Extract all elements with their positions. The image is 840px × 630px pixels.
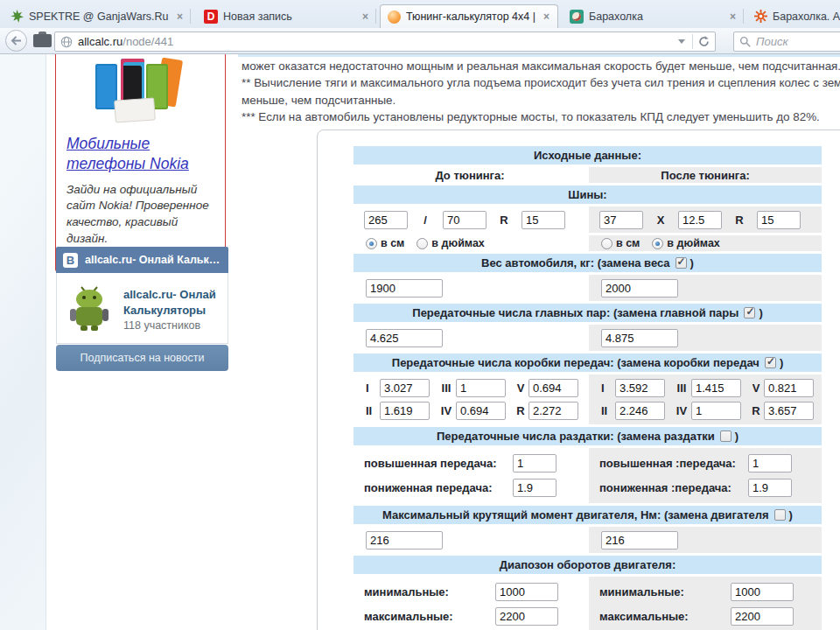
search-icon [739,36,751,47]
gear-label: R [748,404,764,417]
final-drive-before-input[interactable] [366,329,443,347]
gear-label: I [366,382,380,395]
engine-replace-checkbox[interactable] [774,509,786,521]
transfer-low-before-input[interactable] [513,479,556,497]
tab-title: Барахолка. Ав [773,10,840,23]
vk-widget-header: B allcalc.ru- Онлай Кальк… [56,247,228,273]
transfer-high-after-input[interactable] [748,454,792,472]
vk-logo-icon: B [63,253,78,268]
section-tires: Шины: [354,186,822,204]
tire-diameter-before-input[interactable] [522,211,565,229]
ad-title-link[interactable]: Мобильные телефоны Nokia [66,134,206,174]
transfer-replace-checkbox[interactable] [720,430,732,442]
ad-body-text: Зайди на официальный сайт Nokia! Провере… [66,182,214,248]
gear-1-after-input[interactable] [615,379,665,397]
weight-before-input[interactable] [366,279,443,298]
tire-r-label: R [722,214,757,227]
transfer-high-before-input[interactable] [513,454,556,472]
footnote-line: *** Если на автомобиль установлены редук… [242,108,840,125]
section-initial-data: Исходные данные: [354,146,822,164]
gear-2-before-input[interactable] [380,402,430,420]
transfer-low-after-input[interactable] [748,479,792,497]
site-button-icon[interactable] [33,34,52,47]
tab-close-icon[interactable]: × [542,10,551,23]
gear-2-after-input[interactable] [615,402,665,420]
search-input[interactable] [756,35,826,48]
torque-after-input[interactable] [601,531,678,550]
vk-group-name[interactable]: allcalc.ru- Онлай Калькуляторы [123,287,216,318]
gear-4-after-input[interactable] [691,402,741,420]
tab-tuning-calculator[interactable]: Тюнинг-калькулятор 4x4 |... × [380,4,558,28]
gear-4-before-input[interactable] [456,402,506,420]
tab-ganjawars[interactable]: SPEKTRE @ GanjaWars.Ru :... × [4,4,191,28]
gear-r-before-input[interactable] [528,402,578,420]
final-drive-replace-checkbox[interactable] [744,307,755,318]
gear-label: I [601,382,615,395]
rpm-max-before-input[interactable] [495,607,558,626]
column-header-after: После тюнинга: [589,167,822,183]
vk-members-count: 118 участников [123,319,216,332]
footnote-line: может оказатся недостаточно мощным и реа… [242,58,840,74]
smiley-icon [570,10,584,24]
tab-new-post[interactable]: D Новая запись × [198,4,376,28]
tab-close-icon[interactable]: × [728,10,738,23]
tire-width-after-input[interactable] [599,211,643,229]
gear-3-after-input[interactable] [691,379,741,397]
search-box[interactable] [733,32,840,52]
gearbox-replace-checkbox[interactable] [765,357,776,368]
rpm-min-before-input[interactable] [495,583,558,601]
unit-cm-label: в см [616,237,640,249]
tab-baraholka[interactable]: Барахолка × [564,4,744,28]
tire-width-before-input[interactable] [364,211,408,229]
tab-title: Барахолка [589,10,723,23]
vk-group-avatar[interactable] [64,282,115,332]
tab-close-icon[interactable]: × [360,10,370,23]
tab-baraholka-auto[interactable]: Барахолка. Ав [747,4,840,28]
gear-r-after-input[interactable] [764,402,814,420]
reload-icon[interactable] [698,36,710,47]
vk-subscribe-button[interactable]: Подписаться на новости [56,345,228,371]
gear-label: II [366,404,380,417]
nokia-phones-image [90,57,192,123]
url-path: /node/441 [122,35,173,48]
tab-close-icon[interactable]: × [175,10,185,23]
url-bar[interactable]: allcalc.ru /node/441 [54,32,716,52]
section-rpm-range: Диапозон оборотов двигателя: [354,556,822,574]
section-engine-torque: Максимальный крутящий момент двигателя, … [354,506,822,524]
footnotes: может оказатся недостаточно мощным и реа… [242,58,840,126]
calculator-table: Исходные данные: До тюнинга: После тюнин… [351,144,824,630]
url-dropdown-icon[interactable] [678,39,685,44]
torque-before-input[interactable] [366,531,443,550]
back-button[interactable] [5,30,27,52]
unit-inch-after-radio[interactable] [652,238,663,249]
gear-5-after-input[interactable] [764,379,814,397]
section-gearbox: Передаточные числа коробки передач: (зам… [354,354,822,372]
tire-profile-before-input[interactable] [443,211,486,229]
gear-label: IV [672,404,691,417]
tire-separator: X [643,214,678,227]
unit-inch-label: в дюймах [431,237,484,249]
tire-separator: / [408,214,443,227]
final-drive-after-input[interactable] [601,329,678,347]
footnote-line: ** Вычисление тяги и максимального угла … [242,74,840,91]
column-header-before: До тюнинга: [354,167,586,183]
gear-1-before-input[interactable] [380,379,430,397]
unit-cm-before-radio[interactable] [366,238,377,249]
rpm-max-after-input[interactable] [731,607,794,626]
tire-diameter-after-input[interactable] [757,211,801,229]
tire-profile-after-input[interactable] [678,211,722,229]
globe-icon [60,36,73,48]
gear-label: V [513,382,528,395]
gear-3-before-input[interactable] [456,379,506,397]
rpm-min-after-input[interactable] [731,583,794,601]
page-left-margin [0,54,46,630]
unit-cm-after-radio[interactable] [601,238,612,249]
transfer-low-label: пониженная передача: [364,481,513,494]
gear-5-before-input[interactable] [528,379,578,397]
weight-replace-checkbox[interactable] [676,257,687,269]
rpm-min-label: минимальные: [364,585,495,598]
weight-after-input[interactable] [601,279,678,298]
ad-block: Мобильные телефоны Nokia Зайди на официа… [55,54,226,272]
vk-widget-body: allcalc.ru- Онлай Калькуляторы 118 участ… [56,273,228,344]
unit-inch-before-radio[interactable] [416,238,428,249]
